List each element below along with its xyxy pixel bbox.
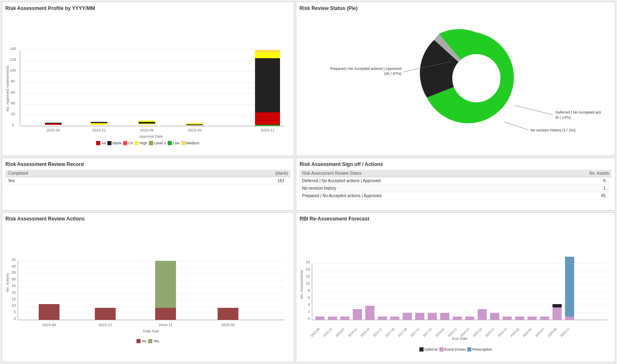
table-row: Yes 161 ... bbox=[5, 177, 290, 185]
svg-text:2019-12: 2019-12 bbox=[460, 327, 471, 338]
panel-title-mid-left: Risk Assessment Review Record bbox=[5, 161, 290, 167]
legend-prescriptive: Prescriptive bbox=[467, 347, 492, 352]
review-record-panel: Risk Assessment Review Record Completed … bbox=[2, 158, 294, 210]
svg-text:2023-12: 2023-12 bbox=[98, 323, 112, 327]
svg-text:No. Actions: No. Actions bbox=[5, 273, 10, 292]
svg-text:2016-10: 2016-10 bbox=[360, 327, 371, 338]
panel-title-top-right: Risk Review Status (Pie) bbox=[300, 5, 612, 11]
svg-rect-76 bbox=[218, 308, 238, 320]
svg-text:Prepared | No Accepted actions: Prepared | No Accepted actions | Approve… bbox=[330, 67, 401, 71]
svg-rect-20 bbox=[45, 123, 62, 124]
legend-color-prescriptive bbox=[467, 347, 471, 352]
svg-text:2023-06: 2023-06 bbox=[42, 323, 56, 327]
svg-text:2023-10: 2023-10 bbox=[472, 327, 483, 338]
review-actions-panel: Risk Assessment Review Actions No. Actio… bbox=[2, 212, 294, 362]
col-assets: No. Assets bbox=[540, 170, 612, 177]
svg-text:4: 4 bbox=[308, 302, 310, 307]
svg-text:2023-09: 2023-09 bbox=[188, 128, 201, 132]
svg-rect-29 bbox=[255, 52, 280, 56]
svg-text:2012-08: 2012-08 bbox=[310, 327, 321, 338]
svg-text:120: 120 bbox=[10, 57, 16, 62]
svg-rect-103 bbox=[315, 317, 325, 320]
svg-rect-28 bbox=[255, 50, 280, 52]
svg-text:20: 20 bbox=[11, 112, 15, 116]
svg-rect-107 bbox=[365, 306, 374, 320]
pie-chart: Prepared | No Accepted actions | Approve… bbox=[310, 16, 601, 141]
legend-no: No bbox=[136, 339, 146, 343]
svg-rect-105 bbox=[340, 317, 349, 320]
rbi-forecast-chart: No. Assessments 0 2 4 6 8 10 12 14 16 bbox=[300, 224, 612, 345]
svg-rect-73 bbox=[95, 308, 116, 320]
svg-rect-23 bbox=[139, 124, 155, 124]
svg-rect-122 bbox=[553, 306, 562, 320]
svg-text:2017-11: 2017-11 bbox=[410, 327, 421, 338]
svg-text:20: 20 bbox=[12, 290, 16, 295]
svg-text:2024-02: 2024-02 bbox=[522, 327, 533, 338]
svg-text:14: 14 bbox=[306, 267, 310, 271]
svg-text:2014-11: 2014-11 bbox=[347, 327, 358, 338]
svg-text:10: 10 bbox=[12, 303, 16, 307]
svg-rect-26 bbox=[186, 124, 203, 125]
svg-text:Deferred | No Accepted actions: Deferred | No Accepted actions | Approve… bbox=[555, 110, 601, 114]
table-row: Prepared | No Accepted actions | Approve… bbox=[300, 192, 612, 200]
svg-text:2025-11: 2025-11 bbox=[560, 327, 570, 338]
legend-color-level2 bbox=[149, 141, 153, 145]
count-prepared: 45 ... bbox=[540, 192, 612, 200]
svg-rect-27 bbox=[186, 123, 203, 124]
svg-text:60: 60 bbox=[11, 90, 15, 94]
svg-rect-24 bbox=[139, 122, 155, 124]
chart-legend-bot-left: No Yes bbox=[5, 339, 290, 343]
svg-text:2024-11: 2024-11 bbox=[159, 323, 172, 327]
svg-text:6: 6 bbox=[308, 295, 310, 300]
svg-text:(45 / 87%): (45 / 87%) bbox=[384, 72, 401, 76]
chart-legend-bot-right: Deferral Event Driven Prescriptive bbox=[300, 347, 612, 352]
legend-color-a4 bbox=[96, 141, 100, 145]
legend-color-medium bbox=[181, 141, 186, 145]
svg-rect-124 bbox=[565, 317, 574, 320]
legend-medium: Medium bbox=[181, 141, 200, 145]
legend-level2: Level 2 bbox=[149, 141, 166, 145]
signoff-panel: Risk Assessment Sign off / Actions Risk … bbox=[296, 158, 615, 210]
risk-assessment-profile-panel: Risk Assessment Profile by YYYY/MM 0 20 … bbox=[2, 2, 294, 156]
svg-text:100: 100 bbox=[10, 68, 16, 72]
svg-text:40: 40 bbox=[12, 264, 16, 268]
svg-text:No. Assessments: No. Assessments bbox=[300, 270, 304, 299]
rbi-forecast-panel: RBI Re-Assessment Forecast No. Assessmen… bbox=[296, 212, 615, 362]
svg-text:Date Due: Date Due bbox=[143, 329, 159, 333]
svg-rect-72 bbox=[39, 304, 59, 320]
svg-text:45: 45 bbox=[12, 258, 16, 262]
count-no-revision: 1 ... bbox=[540, 185, 612, 192]
svg-text:80: 80 bbox=[11, 79, 15, 83]
panel-title-bot-left: Risk Assessment Review Actions bbox=[5, 216, 290, 222]
svg-text:40: 40 bbox=[11, 101, 15, 105]
legend-a4: A4 bbox=[96, 141, 106, 145]
svg-text:5: 5 bbox=[14, 310, 16, 314]
svg-text:2025-05: 2025-05 bbox=[221, 323, 235, 327]
svg-text:2016-11: 2016-11 bbox=[372, 327, 383, 338]
col-status: Risk Assessment Review Status bbox=[300, 170, 540, 177]
profile-chart: 0 20 40 60 80 100 120 140 No. Approved A… bbox=[5, 14, 288, 139]
svg-rect-111 bbox=[415, 313, 424, 320]
panel-title-mid-right: Risk Assessment Sign off / Actions bbox=[300, 161, 612, 167]
svg-point-40 bbox=[452, 54, 501, 102]
svg-text:(6 / 12%): (6 / 12%) bbox=[555, 115, 571, 119]
svg-text:No. Approved Assessments: No. Approved Assessments bbox=[5, 65, 10, 111]
legend-color-high bbox=[134, 141, 139, 145]
legend-color-no bbox=[136, 339, 141, 343]
svg-rect-113 bbox=[440, 313, 449, 320]
svg-rect-33 bbox=[255, 125, 280, 126]
svg-text:16: 16 bbox=[306, 260, 310, 264]
svg-text:No revision history (1 / 2%): No revision history (1 / 2%) bbox=[530, 128, 575, 132]
svg-rect-104 bbox=[328, 317, 337, 320]
svg-text:2024-07: 2024-07 bbox=[535, 327, 545, 338]
risk-review-status-panel: Risk Review Status (Pie) bbox=[296, 2, 615, 156]
row-count: 161 ... bbox=[173, 177, 290, 185]
svg-rect-125 bbox=[565, 257, 574, 317]
svg-rect-112 bbox=[428, 313, 437, 320]
svg-text:2025-06: 2025-06 bbox=[547, 327, 558, 338]
svg-rect-115 bbox=[465, 317, 474, 320]
svg-line-48 bbox=[504, 122, 528, 130]
legend-color-event-driven bbox=[439, 347, 444, 352]
legend-yes: Yes bbox=[148, 339, 159, 343]
svg-text:2023-12: 2023-12 bbox=[497, 327, 508, 338]
